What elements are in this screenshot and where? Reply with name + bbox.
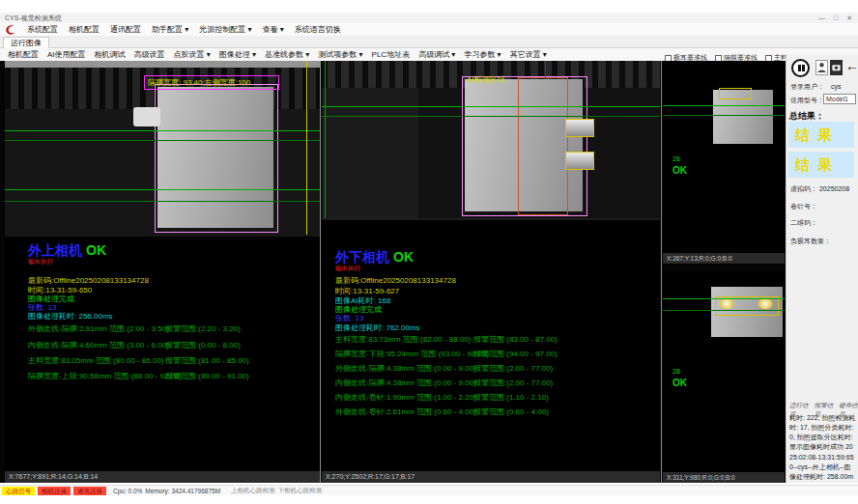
roi-outline-yellow [719,88,752,99]
memory-usage: Memory: 3424.41796875M [145,488,220,494]
measurement-row: 内侧走线-卷针:1.90mm 范围:(1.00 - 2.20) [335,392,476,403]
measurement-row: 主料宽度:83.05mm 范围:(80.00 - 86.00) [28,355,164,366]
toolbar-advanced-settings[interactable]: 高级设置 [134,49,165,60]
side-panel: ← 登录用户： cys 使用型号： Model1 总结果： 结果 结果 虚拟码：… [786,54,858,483]
measurement-row: 隔膜宽度-下段:95.24mm 范围:(93.00 - 98.00) [335,349,489,359]
pixel-coordinate-readout: X:311;Y:980;R:0;G:0;B:0 [663,472,785,483]
back-arrow-button[interactable]: ← [845,58,858,73]
toolbar-advanced-debug[interactable]: 高级调试 ▾ [418,49,455,60]
comm-connect-badge: 通讯连接 [73,487,106,495]
menu-bar: 系统配置 相机配置 通讯配置 助手配置 ▾ 光源控制配置 ▾ 查看 ▾ 系统语言… [0,23,858,36]
virtual-code-row: 虚拟码： 20250208 [790,184,849,194]
title-bar: CYS-视觉检测系统 — □ ✕ [0,13,858,23]
baseline-overlay-line [5,201,320,202]
camera-image-upper[interactable]: 隔膜宽度: 93.40;左侧宽度:100 [5,61,320,237]
alarm-range: 报警范围:(89.00 - 91.00) [165,371,249,381]
menu-item-light-config[interactable]: 光源控制配置 ▾ [199,24,251,35]
toolbar-camera-debug[interactable]: 相机调试 [95,49,126,60]
camera-view-small-bottom[interactable]: 28 OK X:311;Y:980;R:0;G:0;B:0 [663,271,785,483]
toolbar-learning-params[interactable]: 学习参数 ▾ [464,49,500,60]
lower-camera-heartbeat: 下相机心跳检测 [278,487,323,495]
connector-part [133,107,160,126]
output-exec-label: 输出执行 [28,258,53,266]
alarm-range: 报警范围:(83.00 - 87.00) [473,334,558,345]
baseline-overlay-line [663,105,785,106]
panel-separator [661,61,662,483]
menu-item-system-config[interactable]: 系统配置 [27,24,58,35]
measurement-row: 外侧走线-隔膜:4.38mm 范围:(0.00 - 9.00) [335,363,476,374]
menu-item-assistant-config[interactable]: 助手配置 ▾ [152,24,188,35]
status-bar: 心跳信号 相机连接 通讯连接 Cpu: 0.0% Memory: 3424.41… [0,485,858,495]
measurement-row: 外侧走线-卷针:2.61mm 范围:(0.60 - 4.00) [335,406,476,417]
toolbar-other-settings[interactable]: 其它设置 ▾ [510,49,547,60]
camera-view-upper[interactable]: 隔膜宽度: 93.40;左侧宽度:100 外上相机OK 输出执行 最新码:Off… [5,61,320,483]
negative-tab-count-row: 负极耳数量： [790,237,831,246]
qr-code-label: 二维码： [790,219,817,226]
toolbar-plc-address-table[interactable]: PLC地址表 [372,49,411,60]
alarm-range: 报警范围:(81.00 - 85.00) [165,355,249,366]
virtual-code-value: 20250208 [819,185,849,192]
width-annotation: 隔膜宽度: 93.40;左侧宽度:100 [148,77,250,88]
ok-status: OK [86,242,106,258]
toolbar-baseline-params[interactable]: 基准线参数 ▾ [265,49,309,60]
camera-icon-button[interactable] [830,60,843,75]
processing-time: 图像处理耗时: 256.00ms [28,311,113,322]
user-icon [816,61,827,74]
camera-connect-badge: 相机连接 [38,487,71,495]
virtual-code-label: 虚拟码： [790,185,817,192]
runtime-stats-text: 耗时: 222, 拍照检测耗时: 17, 拍照分类耗时: 0, 拍照提取分区耗时… [789,413,856,491]
needle-number-label: 卷针号： [790,203,817,210]
alarm-range: 报警范围:(2.20 - 3.20) [165,323,241,334]
count-annotation: 28 [672,155,680,162]
toolbar-test-params[interactable]: 测试项参数 ▾ [318,49,362,60]
vertical-marker-line [306,61,307,235]
needle-number-row: 卷针号： [790,202,817,211]
user-icon-button[interactable] [815,60,828,75]
toolbar-image-processing[interactable]: 图像处理 ▾ [219,49,256,60]
toolbar-dispense-settings[interactable]: 点胶设置 ▾ [174,49,211,60]
bright-spot [758,298,773,309]
app-window: CYS-视觉检测系统 — □ ✕ 系统配置 相机配置 通讯配置 助手配置 ▾ 光… [0,0,858,504]
close-button[interactable]: ✕ [846,13,852,23]
menu-item-view[interactable]: 查看 ▾ [263,24,284,35]
negative-tab-count-label: 负极耳数量： [790,238,831,244]
menu-item-camera-config[interactable]: 相机配置 [69,24,100,35]
toolbar-ai-usage-config[interactable]: AI使用配置 [47,49,86,60]
ai-area-label: AI检测区域 [467,74,505,85]
baseline-overlay-line [5,130,320,131]
model-value-box[interactable]: Model1 [823,94,856,104]
camera-view-lower[interactable]: AI检测区域 外下相机OK 输出执行 最新码:Offline2025020813… [322,61,660,483]
camera-image-lower[interactable]: AI检测区域 [322,61,660,220]
alarm-range: 报警范围:(1.10 - 2.10) [473,392,549,403]
alarm-range: 报警范围:(2.00 - 77.00) [473,363,553,374]
baseline-overlay-line [322,106,660,107]
camera-name: 外上相机 [28,242,82,258]
menu-item-comm-config[interactable]: 通讯配置 [110,24,141,35]
camera-name: 外下相机 [335,249,389,265]
baseline-overlay-line [322,116,660,117]
upper-camera-heartbeat: 上相机心跳检测 [231,487,275,495]
app-logo-icon [4,24,16,36]
alarm-range: 报警范围:(0.60 - 4.00) [473,406,549,417]
measurement-row: 主料宽度:83.73mm 范围:(82.00 - 88.00) [335,334,472,345]
toolbar-camera-config[interactable]: 相机配置 [8,49,39,60]
alarm-range: 报警范围:(94.00 - 97.00) [473,349,558,359]
pause-button[interactable] [791,59,810,77]
ok-status: OK [672,165,687,176]
maximize-button[interactable]: □ [834,13,838,23]
login-user-label: 登录用户： [790,83,824,90]
pixel-coordinate-readout: X:7677;Y:891;R:14;G:14;B:14 [5,471,320,483]
camera-icon [831,61,842,74]
result-box-lower: 结果 [788,152,854,178]
pixel-coordinate-readout: X:267;Y:13;R:0;G:0;B:0 [663,253,785,264]
output-exec-label: 输出执行 [335,265,360,273]
count-annotation: 28 [672,368,680,375]
heartbeat-badge: 心跳信号 [2,487,35,495]
alarm-range: 报警范围:(0.00 - 8.00) [165,340,241,350]
minimize-button[interactable]: — [818,13,825,23]
result-box-upper: 结果 [788,122,854,148]
qr-code-row: 二维码： [790,218,817,228]
menu-item-language-switch[interactable]: 系统语言切换 [295,24,341,35]
camera-view-small-top[interactable]: 28 OK X:267;Y:13;R:0;G:0;B:0 [663,61,785,264]
login-user-row: 登录用户： cys [790,82,841,92]
